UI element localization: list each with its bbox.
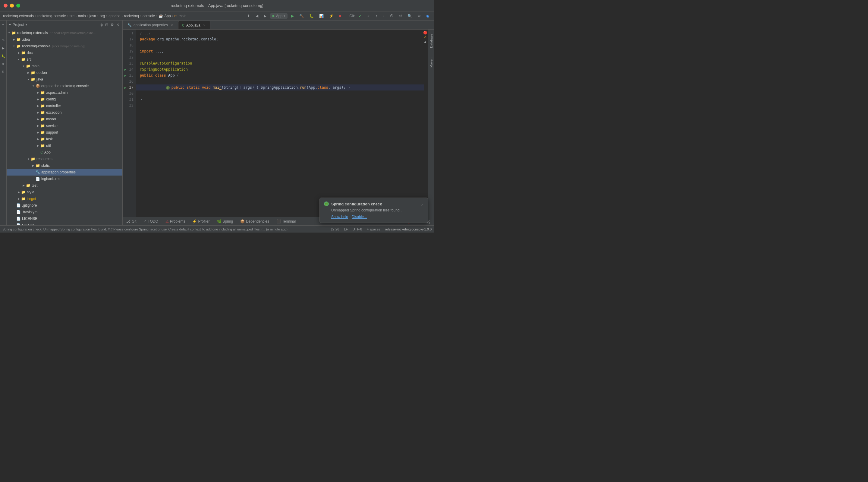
bottom-tab-terminal[interactable]: ⬛ Terminal [275,219,297,224]
tree-item-config[interactable]: ▶ 📁 config [7,96,122,103]
git-history-btn[interactable]: ⏱ [388,13,396,19]
tree-item-notice[interactable]: 📄 NOTICE [7,222,122,225]
disable-link[interactable]: Disable... [352,215,367,219]
nav-breadcrumb-app[interactable]: App [164,14,170,18]
stop-btn[interactable]: ■ [337,13,343,19]
debug-btn[interactable]: 🐛 [307,13,315,19]
nav-breadcrumb-org[interactable]: org [100,14,105,18]
nav-breadcrumb-src[interactable]: src [70,14,74,18]
tree-item-src[interactable]: ▾ 📁 src [7,56,122,63]
scroll-up-btn[interactable]: ▲ [424,40,427,44]
indent[interactable]: 4 spaces [367,227,380,231]
git-push-btn[interactable]: ↑ [374,13,379,19]
gutter-run-icon-24[interactable]: ▶ [123,67,127,72]
line-ending[interactable]: LF [344,227,348,231]
bottom-tab-profiler[interactable]: ⚡ Profiler [191,219,211,224]
tree-item-main[interactable]: ▾ 📁 main [7,63,122,69]
bottom-tab-problems[interactable]: ⚠ Problems [164,219,187,224]
project-dropdown-icon[interactable]: ▾ [26,23,27,26]
bottom-tab-dependencies[interactable]: 📦 Dependencies [239,219,270,224]
tree-item-static[interactable]: ▶ 📁 static [7,162,122,169]
forward-btn[interactable]: ▶ [262,13,268,19]
run-icon[interactable]: ▶ [1,45,6,51]
tab-application-properties[interactable]: 🔧 application.properties ✕ [124,21,178,29]
gutter-run-icon-27[interactable]: ▶ [123,85,127,90]
vcs-update-btn[interactable]: ⬆ [245,13,252,19]
tree-item-rocketmq-externals[interactable]: ▾ 📁 rocketmq-externals ~/IdeaProjects/ro… [7,30,122,36]
bottom-tab-git[interactable]: ⎇ Git [125,219,137,224]
nav-breadcrumb-main2[interactable]: main [179,14,187,18]
tree-item-idea[interactable]: ▶ 📁 .idea [7,36,122,43]
gutter-run-icon-25[interactable]: ▶ [123,73,127,78]
structure-icon[interactable]: ⚙ [1,69,6,74]
minimize-button[interactable] [10,4,14,7]
tree-item-util[interactable]: ▶ 📁 util [7,142,122,149]
tree-item-resources[interactable]: ▾ 📁 resources [7,155,122,162]
tree-item-model[interactable]: ▶ 📁 model [7,116,122,122]
profile-btn[interactable]: ⚡ [327,13,336,19]
run-btn[interactable]: ▶ [289,13,296,19]
tree-item-service[interactable]: ▶ 📁 service [7,122,122,129]
nav-breadcrumb-console[interactable]: rocketmq-console [37,14,66,18]
tree-item-target[interactable]: ▶ 📁 target [7,195,122,202]
tree-item-app[interactable]: C App [7,149,122,155]
nav-breadcrumb-console2[interactable]: console [143,14,155,18]
traffic-lights[interactable] [4,4,20,7]
nav-breadcrumb-apache[interactable]: apache [108,14,120,18]
tab-close-java[interactable]: ✕ [202,23,207,27]
editor-content[interactable]: 1 17 18 19 22 23 24 ▶ 25 ▶ 26 27 [123,30,434,217]
git-pull-btn[interactable]: ↓ [381,13,386,19]
tab-close-prop[interactable]: ✕ [170,23,174,27]
coverage-btn[interactable]: 📊 [317,13,326,19]
build-btn[interactable]: 🔨 [298,13,306,19]
branch[interactable]: release-rocketmq-console-1.0.0 [385,227,432,231]
git-check-btn[interactable]: ✓ [357,13,364,19]
pull-request-icon[interactable]: ⇅ [1,37,6,43]
tree-item-docker[interactable]: ▶ 📁 docker [7,69,122,76]
tab-app-java[interactable]: C App.java ✕ [178,21,210,29]
encoding[interactable]: UTF-8 [352,227,362,231]
git-commit-btn[interactable]: ✓ [365,13,372,19]
run-config-selector[interactable]: ▶ App ▾ [270,13,287,19]
tree-item-test[interactable]: ▶ 📁 test [7,182,122,189]
project-icon[interactable]: ≡ [1,22,6,27]
plugins-btn[interactable]: ◉ [424,13,431,19]
commit-icon[interactable]: ↑ [1,30,6,35]
bottom-tab-todo[interactable]: ✓ TODO [142,219,159,224]
maximize-button[interactable] [16,4,20,7]
tree-item-aspect[interactable]: ▶ 📁 aspect.admin [7,89,122,96]
cursor-position[interactable]: 27:26 [331,227,339,231]
tree-item-travis[interactable]: 📄 .travis.yml [7,209,122,215]
maven-panel-tab[interactable]: Maven [429,56,434,69]
tree-item-controller[interactable]: ▶ 📁 controller [7,103,122,109]
tree-item-logback[interactable]: 📄 logback.xml [7,175,122,182]
tree-item-gitignore[interactable]: 📄 .gitignore [7,202,122,209]
tree-item-java[interactable]: ▾ 📁 java [7,76,122,83]
tree-item-style[interactable]: ▶ 📁 style [7,189,122,195]
nav-breadcrumb-externals[interactable]: rocketmq-externals [3,14,34,18]
tree-item-doc[interactable]: ▶ 📁 doc [7,50,122,56]
tree-item-task[interactable]: ▶ 📁 task [7,136,122,142]
editor-code[interactable]: /.../ package org.apache.rocketmq.consol… [136,30,424,217]
project-close-btn[interactable]: ✕ [116,22,120,27]
tree-item-package[interactable]: ▾ 📦 org.apache.rocketmq.console [7,83,122,89]
tree-item-application-properties[interactable]: 🔧 application.properties [7,169,122,175]
settings-btn[interactable]: ⚙ [415,13,423,19]
nav-breadcrumb-java[interactable]: java [90,14,96,18]
tree-item-support[interactable]: ▶ 📁 support [7,129,122,136]
search-btn[interactable]: 🔍 [406,13,414,19]
close-button[interactable] [4,4,7,7]
project-collapse-btn[interactable]: ⊟ [104,22,109,27]
bookmarks-icon[interactable]: ★ [1,61,6,66]
project-locate-btn[interactable]: ◎ [99,22,103,27]
tree-item-license[interactable]: 📄 LICENSE [7,215,122,222]
database-panel-tab[interactable]: Database [429,32,434,50]
show-help-link[interactable]: Show help [331,215,348,219]
tree-item-exception[interactable]: ▶ 📁 exception [7,109,122,116]
nav-breadcrumb-rocketmq[interactable]: rocketmq [124,14,139,18]
bottom-tab-spring[interactable]: 🌿 Spring [216,219,235,224]
notif-collapse-btn[interactable]: ⌄ [420,201,424,206]
project-settings-btn[interactable]: ⚙ [110,22,115,27]
nav-breadcrumb-main[interactable]: main [78,14,86,18]
tree-item-rocketmq-console[interactable]: ▾ 📁 rocketmq-console [rocketmq-console-n… [7,43,122,50]
